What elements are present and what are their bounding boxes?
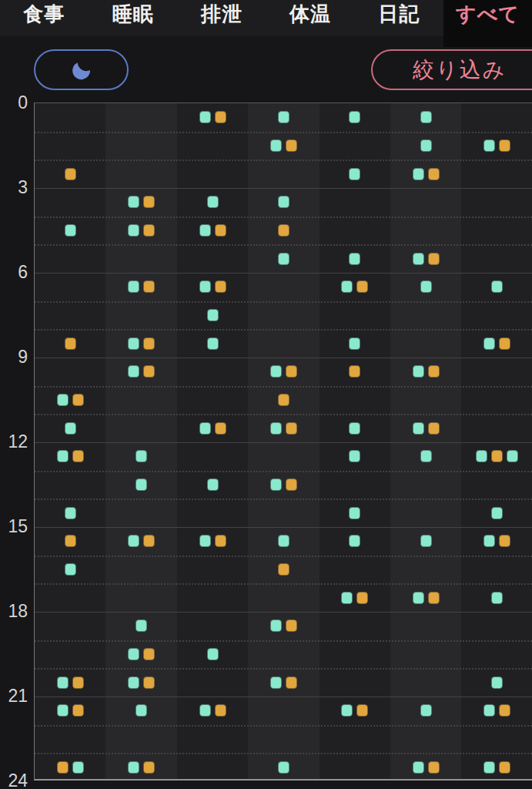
teal-event-marker [492, 593, 502, 603]
night-mode-button[interactable] [34, 49, 129, 90]
filter-button[interactable]: 絞り込み [371, 49, 532, 90]
tab-all[interactable]: すべて [443, 0, 532, 47]
filter-button-label: 絞り込み [413, 55, 506, 85]
orange-event-marker [73, 705, 83, 716]
tab-meal[interactable]: 食事 [0, 0, 89, 36]
gridline-hour-22 [35, 725, 532, 727]
teal-event-marker [342, 281, 352, 292]
chart-plot-area [34, 102, 532, 781]
teal-event-marker [421, 451, 431, 462]
teal-event-marker [129, 762, 139, 773]
orange-event-marker [357, 705, 367, 716]
orange-event-marker [286, 677, 296, 688]
orange-event-marker [492, 451, 502, 462]
orange-event-marker [144, 536, 154, 546]
timeline-chart: 03691215182124 [0, 102, 532, 781]
gridline-hour-23 [35, 753, 532, 754]
gridline-hour-21 [35, 697, 532, 697]
orange-event-marker [500, 536, 510, 546]
orange-event-marker [429, 762, 439, 773]
teal-event-marker [73, 762, 83, 773]
teal-event-marker [208, 479, 218, 490]
orange-event-marker [429, 253, 439, 264]
teal-event-marker [129, 649, 139, 660]
app-screen: 食事睡眠排泄体温日記すべて 絞り込み 03691215182124 [0, 0, 532, 789]
teal-event-marker [484, 536, 494, 546]
orange-event-marker [65, 169, 75, 180]
orange-event-marker [216, 536, 226, 546]
orange-event-marker [429, 423, 439, 434]
y-axis-label-21: 21 [0, 687, 28, 705]
teal-event-marker [342, 705, 352, 716]
teal-event-marker [129, 366, 139, 377]
teal-event-marker [208, 649, 218, 660]
teal-event-marker [484, 140, 494, 151]
teal-event-marker [492, 508, 502, 519]
gridline-hour-20 [35, 668, 532, 670]
teal-event-marker [271, 366, 281, 377]
orange-event-marker [286, 479, 296, 490]
y-axis-label-3: 3 [0, 179, 28, 196]
orange-event-marker [216, 225, 226, 236]
teal-event-marker [279, 253, 289, 264]
orange-event-marker [500, 705, 510, 716]
orange-event-marker [279, 225, 289, 236]
gridline-hour-19 [35, 640, 532, 642]
teal-event-marker [413, 423, 423, 434]
orange-event-marker [500, 140, 510, 151]
teal-event-marker [421, 112, 431, 123]
orange-event-marker [357, 593, 367, 603]
teal-event-marker [484, 705, 494, 716]
teal-event-marker [65, 225, 75, 236]
y-axis-label-12: 12 [0, 433, 28, 451]
orange-event-marker [279, 564, 289, 575]
tab-sleep[interactable]: 睡眠 [89, 0, 177, 36]
orange-event-marker [357, 281, 367, 292]
gridline-hour-15 [35, 527, 532, 528]
orange-event-marker [216, 423, 226, 434]
teal-event-marker [492, 677, 502, 688]
orange-event-marker [73, 394, 83, 405]
gridline-hour-9 [35, 358, 532, 358]
teal-event-marker [58, 394, 68, 405]
gridline-hour-1 [35, 132, 532, 133]
tab-diary[interactable]: 日記 [355, 0, 443, 36]
teal-event-marker [484, 762, 494, 773]
teal-event-marker [350, 423, 360, 434]
gridline-hour-7 [35, 301, 532, 303]
gridline-hour-17 [35, 583, 532, 585]
teal-event-marker [58, 451, 68, 462]
teal-event-marker [421, 536, 431, 546]
teal-event-marker [350, 338, 360, 349]
teal-event-marker [129, 677, 139, 688]
gridline-hour-14 [35, 499, 532, 500]
gridline-hour-16 [35, 556, 532, 557]
orange-event-marker [500, 338, 510, 349]
orange-event-marker [429, 366, 439, 377]
teal-event-marker [350, 112, 360, 123]
teal-event-marker [136, 479, 146, 490]
teal-event-marker [136, 451, 146, 462]
teal-event-marker [129, 536, 139, 546]
teal-event-marker [271, 423, 281, 434]
teal-event-marker [129, 196, 139, 207]
teal-event-marker [208, 338, 218, 349]
orange-event-marker [286, 423, 296, 434]
orange-event-marker [500, 762, 510, 773]
orange-event-marker [216, 112, 226, 123]
teal-event-marker [129, 281, 139, 292]
orange-event-marker [286, 140, 296, 151]
teal-event-marker [350, 451, 360, 462]
teal-event-marker [200, 705, 210, 716]
teal-event-marker [200, 225, 210, 236]
teal-event-marker [342, 593, 352, 603]
teal-event-marker [65, 508, 75, 519]
teal-event-marker [200, 536, 210, 546]
gridline-hour-6 [35, 273, 532, 274]
tab-excretion[interactable]: 排泄 [177, 0, 266, 36]
tab-temperature[interactable]: 体温 [266, 0, 355, 36]
teal-event-marker [129, 338, 139, 349]
orange-event-marker [144, 281, 154, 292]
teal-event-marker [413, 593, 423, 603]
teal-event-marker [271, 677, 281, 688]
